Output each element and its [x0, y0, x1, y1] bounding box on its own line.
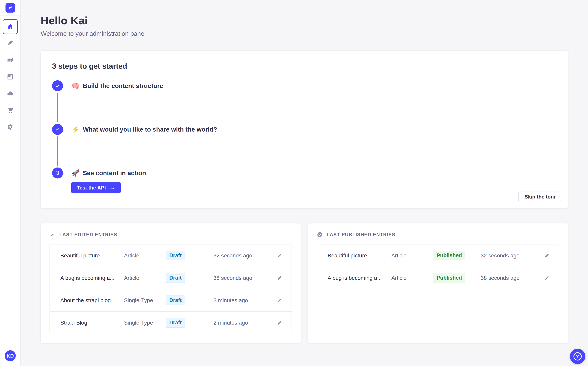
page-header: Hello Kai Welcome to your administration…	[41, 14, 568, 37]
status-badge: Draft	[166, 273, 185, 283]
gear-icon	[7, 123, 14, 130]
entry-time: 32 seconds ago	[213, 252, 272, 259]
entry-type: Single-Type	[124, 320, 163, 326]
step-1-body: 🧠 Build the content structure	[71, 80, 557, 124]
entry-time: 38 seconds ago	[213, 275, 272, 281]
step-2-rail	[52, 124, 63, 168]
sidebar-item-settings[interactable]	[3, 119, 18, 134]
lightning-emoji-icon: ⚡	[71, 126, 80, 133]
step-2-header[interactable]: ⚡ What would you like to share with the …	[71, 124, 557, 135]
table-row: Strapi Blog Single-Type Draft 2 minutes …	[50, 312, 292, 334]
rocket-emoji-icon: 🚀	[71, 170, 80, 176]
feather-pen-icon	[7, 40, 14, 47]
last-published-table: Beautiful picture Article Published 32 s…	[317, 244, 559, 290]
entry-time: 2 minutes ago	[213, 320, 272, 326]
test-api-button[interactable]: Test the API →	[71, 182, 121, 193]
edit-entry-button[interactable]	[276, 275, 282, 281]
edit-entry-button[interactable]	[276, 320, 282, 326]
edit-entry-button[interactable]	[276, 297, 282, 303]
layout-icon	[7, 73, 14, 80]
sidebar-item-content-type-builder[interactable]	[3, 69, 18, 84]
pencil-icon	[276, 253, 282, 259]
media-library-icon	[7, 57, 14, 64]
sidebar-item-cloud[interactable]	[3, 86, 18, 101]
test-api-button-label: Test the API	[77, 185, 106, 191]
entry-title: A bug is becoming a...	[60, 275, 122, 281]
status-badge: Published	[433, 251, 465, 260]
arrow-right-icon: →	[109, 185, 115, 191]
step-connector-line	[57, 137, 58, 166]
tour-step-1: 🧠 Build the content structure	[52, 80, 557, 124]
edit-entry-button[interactable]	[276, 253, 282, 259]
table-row: Beautiful picture Article Published 32 s…	[317, 244, 559, 267]
entry-title: A bug is becoming a...	[328, 275, 389, 281]
step-1-rail	[52, 80, 63, 124]
step-2-label: What would you like to share with the wo…	[83, 126, 217, 133]
check-circle-icon	[317, 232, 323, 238]
status-badge: Draft	[166, 296, 185, 305]
entry-type: Article	[124, 252, 163, 259]
getting-started-card: 3 steps to get started 🧠 Build the conte…	[41, 51, 568, 208]
tour-title: 3 steps to get started	[52, 62, 557, 70]
sidebar-item-content-manager[interactable]	[3, 36, 18, 51]
sidebar-divider	[0, 15, 21, 16]
table-row: A bug is becoming a... Article Draft 38 …	[50, 267, 292, 289]
sidebar: KD	[0, 0, 21, 366]
last-edited-title: LAST EDITED ENTRIES	[59, 232, 117, 237]
sidebar-item-marketplace[interactable]	[3, 103, 18, 118]
step-1-header[interactable]: 🧠 Build the content structure	[71, 80, 557, 91]
page-subtitle: Welcome to your administration panel	[41, 30, 568, 37]
edit-entry-button[interactable]	[544, 253, 550, 259]
last-published-widget: LAST PUBLISHED ENTRIES Beautiful picture…	[308, 223, 568, 343]
entry-time: 38 seconds ago	[481, 275, 539, 281]
strapi-logo[interactable]	[6, 3, 15, 13]
sidebar-item-home[interactable]	[3, 19, 18, 34]
step-1-status-circle	[52, 80, 63, 91]
last-edited-header: LAST EDITED ENTRIES	[49, 232, 292, 238]
step-3-body: 🚀 See content in action Test the API →	[71, 168, 557, 193]
pencil-icon	[49, 232, 55, 238]
pencil-icon	[544, 253, 550, 259]
check-icon	[55, 127, 60, 132]
entry-title: About the strapi blog	[60, 297, 122, 304]
tour-step-2: ⚡ What would you like to share with the …	[52, 124, 557, 168]
table-row: A bug is becoming a... Article Published…	[317, 267, 559, 289]
status-badge: Published	[433, 273, 465, 283]
step-3-label: See content in action	[83, 169, 146, 177]
step-2-body: ⚡ What would you like to share with the …	[71, 124, 557, 168]
widgets-row: LAST EDITED ENTRIES Beautiful picture Ar…	[41, 223, 568, 343]
user-avatar[interactable]: KD	[5, 350, 16, 361]
step-3-header[interactable]: 🚀 See content in action	[71, 168, 557, 178]
last-edited-widget: LAST EDITED ENTRIES Beautiful picture Ar…	[41, 223, 301, 343]
status-badge: Draft	[166, 251, 185, 260]
last-published-header: LAST PUBLISHED ENTRIES	[317, 232, 559, 238]
entry-title: Strapi Blog	[60, 320, 122, 326]
main-content: Hello Kai Welcome to your administration…	[21, 0, 588, 343]
strapi-logo-icon	[7, 5, 13, 11]
status-badge: Draft	[166, 318, 185, 328]
skip-tour-button[interactable]: Skip the tour	[518, 191, 562, 202]
step-2-status-circle	[52, 124, 63, 135]
entry-time: 2 minutes ago	[213, 297, 272, 304]
check-icon	[55, 83, 60, 88]
help-button[interactable]: ?	[570, 349, 585, 364]
edit-entry-button[interactable]	[544, 275, 550, 281]
last-edited-table: Beautiful picture Article Draft 32 secon…	[49, 244, 292, 334]
entry-title: Beautiful picture	[60, 252, 122, 259]
pencil-icon	[276, 275, 282, 281]
step-3-rail: 3	[52, 168, 63, 193]
tour-step-3: 3 🚀 See content in action Test the API →	[52, 168, 557, 193]
entry-type: Article	[124, 275, 163, 281]
home-icon	[7, 23, 14, 30]
pencil-icon	[276, 320, 282, 326]
table-row: About the strapi blog Single-Type Draft …	[50, 289, 292, 312]
step-connector-line	[57, 93, 58, 122]
cloud-icon	[7, 90, 14, 97]
pencil-icon	[276, 297, 282, 303]
entry-type: Single-Type	[124, 297, 163, 304]
last-published-title: LAST PUBLISHED ENTRIES	[327, 232, 395, 237]
entry-time: 32 seconds ago	[481, 252, 539, 259]
entry-type: Article	[391, 252, 431, 259]
sidebar-item-media-library[interactable]	[3, 53, 18, 68]
page-title: Hello Kai	[41, 14, 568, 27]
